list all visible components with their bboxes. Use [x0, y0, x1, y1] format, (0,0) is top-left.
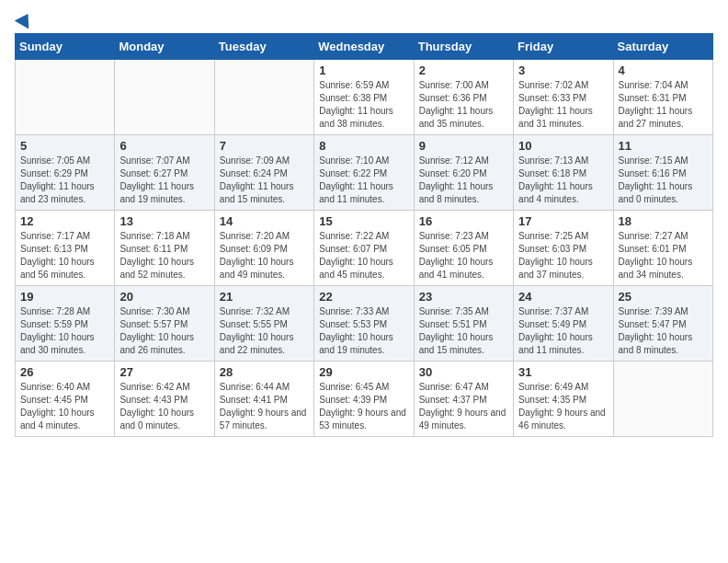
calendar-week-row: 19Sunrise: 7:28 AM Sunset: 5:59 PM Dayli… [16, 286, 713, 362]
weekday-header-monday: Monday [115, 34, 214, 60]
calendar-cell: 4Sunrise: 7:04 AM Sunset: 6:31 PM Daylig… [613, 60, 712, 135]
day-info: Sunrise: 7:35 AM Sunset: 5:51 PM Dayligh… [419, 305, 508, 357]
day-info: Sunrise: 7:15 AM Sunset: 6:16 PM Dayligh… [619, 155, 708, 206]
day-number: 6 [119, 139, 209, 153]
day-number: 29 [319, 365, 408, 379]
calendar-cell: 6Sunrise: 7:07 AM Sunset: 6:27 PM Daylig… [115, 135, 214, 211]
day-number: 10 [518, 139, 608, 153]
day-info: Sunrise: 7:28 AM Sunset: 5:59 PM Dayligh… [20, 305, 109, 357]
day-info: Sunrise: 6:44 AM Sunset: 4:41 PM Dayligh… [220, 381, 309, 432]
calendar-cell: 1Sunrise: 6:59 AM Sunset: 6:38 PM Daylig… [314, 60, 414, 135]
header [15, 15, 713, 28]
day-number: 13 [119, 214, 209, 228]
calendar-cell [16, 60, 115, 135]
calendar-cell: 25Sunrise: 7:39 AM Sunset: 5:47 PM Dayli… [613, 286, 712, 362]
calendar-cell: 16Sunrise: 7:23 AM Sunset: 6:05 PM Dayli… [414, 211, 513, 286]
calendar-cell: 12Sunrise: 7:17 AM Sunset: 6:13 PM Dayli… [16, 211, 115, 286]
day-info: Sunrise: 7:17 AM Sunset: 6:13 PM Dayligh… [20, 230, 109, 282]
day-number: 23 [419, 290, 508, 304]
calendar-cell: 13Sunrise: 7:18 AM Sunset: 6:11 PM Dayli… [115, 211, 214, 286]
calendar-cell: 30Sunrise: 6:47 AM Sunset: 4:37 PM Dayli… [414, 362, 513, 437]
day-info: Sunrise: 7:37 AM Sunset: 5:49 PM Dayligh… [518, 305, 608, 357]
calendar-cell: 2Sunrise: 7:00 AM Sunset: 6:36 PM Daylig… [414, 60, 513, 135]
day-number: 15 [319, 214, 408, 228]
day-number: 30 [419, 365, 508, 379]
weekday-header-friday: Friday [514, 34, 613, 60]
day-info: Sunrise: 7:33 AM Sunset: 5:53 PM Dayligh… [319, 305, 408, 357]
day-info: Sunrise: 7:12 AM Sunset: 6:20 PM Dayligh… [419, 155, 508, 206]
calendar-cell: 20Sunrise: 7:30 AM Sunset: 5:57 PM Dayli… [115, 286, 214, 362]
calendar-cell: 27Sunrise: 6:42 AM Sunset: 4:43 PM Dayli… [115, 362, 214, 437]
calendar-cell: 14Sunrise: 7:20 AM Sunset: 6:09 PM Dayli… [214, 211, 313, 286]
calendar-cell: 29Sunrise: 6:45 AM Sunset: 4:39 PM Dayli… [314, 362, 414, 437]
calendar-cell: 28Sunrise: 6:44 AM Sunset: 4:41 PM Dayli… [214, 362, 313, 437]
day-info: Sunrise: 7:09 AM Sunset: 6:24 PM Dayligh… [220, 155, 309, 206]
calendar-week-row: 1Sunrise: 6:59 AM Sunset: 6:38 PM Daylig… [16, 60, 713, 135]
day-info: Sunrise: 7:22 AM Sunset: 6:07 PM Dayligh… [319, 230, 408, 282]
weekday-header-thursday: Thursday [414, 34, 513, 60]
day-number: 3 [518, 63, 608, 77]
day-info: Sunrise: 6:49 AM Sunset: 4:35 PM Dayligh… [518, 381, 608, 432]
day-number: 28 [220, 365, 309, 379]
calendar-cell: 9Sunrise: 7:12 AM Sunset: 6:20 PM Daylig… [414, 135, 513, 211]
day-info: Sunrise: 7:02 AM Sunset: 6:33 PM Dayligh… [518, 79, 608, 131]
weekday-header-row: SundayMondayTuesdayWednesdayThursdayFrid… [16, 34, 713, 60]
day-info: Sunrise: 7:13 AM Sunset: 6:18 PM Dayligh… [518, 155, 608, 206]
calendar-cell: 19Sunrise: 7:28 AM Sunset: 5:59 PM Dayli… [16, 286, 115, 362]
day-info: Sunrise: 7:25 AM Sunset: 6:03 PM Dayligh… [518, 230, 608, 282]
calendar-week-row: 26Sunrise: 6:40 AM Sunset: 4:45 PM Dayli… [16, 362, 713, 437]
day-info: Sunrise: 7:39 AM Sunset: 5:47 PM Dayligh… [619, 305, 708, 357]
calendar-cell: 11Sunrise: 7:15 AM Sunset: 6:16 PM Dayli… [613, 135, 712, 211]
calendar-cell: 10Sunrise: 7:13 AM Sunset: 6:18 PM Dayli… [514, 135, 613, 211]
calendar-cell: 5Sunrise: 7:05 AM Sunset: 6:29 PM Daylig… [16, 135, 115, 211]
logo [15, 15, 33, 28]
calendar-cell: 21Sunrise: 7:32 AM Sunset: 5:55 PM Dayli… [214, 286, 313, 362]
calendar-cell: 8Sunrise: 7:10 AM Sunset: 6:22 PM Daylig… [314, 135, 414, 211]
day-number: 4 [619, 63, 708, 77]
calendar-cell: 7Sunrise: 7:09 AM Sunset: 6:24 PM Daylig… [214, 135, 313, 211]
day-info: Sunrise: 6:40 AM Sunset: 4:45 PM Dayligh… [20, 381, 109, 432]
day-number: 7 [220, 139, 309, 153]
calendar-cell: 15Sunrise: 7:22 AM Sunset: 6:07 PM Dayli… [314, 211, 414, 286]
day-number: 12 [20, 214, 109, 228]
day-number: 2 [419, 63, 508, 77]
calendar-cell: 22Sunrise: 7:33 AM Sunset: 5:53 PM Dayli… [314, 286, 414, 362]
day-number: 31 [518, 365, 608, 379]
calendar-cell: 24Sunrise: 7:37 AM Sunset: 5:49 PM Dayli… [514, 286, 613, 362]
calendar-cell: 31Sunrise: 6:49 AM Sunset: 4:35 PM Dayli… [514, 362, 613, 437]
day-info: Sunrise: 7:20 AM Sunset: 6:09 PM Dayligh… [220, 230, 309, 282]
day-number: 22 [319, 290, 408, 304]
calendar-cell: 17Sunrise: 7:25 AM Sunset: 6:03 PM Dayli… [514, 211, 613, 286]
day-number: 21 [220, 290, 309, 304]
day-info: Sunrise: 7:23 AM Sunset: 6:05 PM Dayligh… [419, 230, 508, 282]
day-info: Sunrise: 7:05 AM Sunset: 6:29 PM Dayligh… [20, 155, 109, 206]
day-number: 14 [220, 214, 309, 228]
day-number: 9 [419, 139, 508, 153]
calendar-cell: 18Sunrise: 7:27 AM Sunset: 6:01 PM Dayli… [613, 211, 712, 286]
day-number: 19 [20, 290, 109, 304]
calendar-cell: 23Sunrise: 7:35 AM Sunset: 5:51 PM Dayli… [414, 286, 513, 362]
weekday-header-tuesday: Tuesday [214, 34, 313, 60]
day-number: 27 [119, 365, 209, 379]
day-info: Sunrise: 7:07 AM Sunset: 6:27 PM Dayligh… [119, 155, 209, 206]
day-info: Sunrise: 7:30 AM Sunset: 5:57 PM Dayligh… [119, 305, 209, 357]
day-number: 24 [518, 290, 608, 304]
day-number: 5 [20, 139, 109, 153]
day-number: 11 [619, 139, 708, 153]
day-info: Sunrise: 7:27 AM Sunset: 6:01 PM Dayligh… [619, 230, 708, 282]
day-info: Sunrise: 6:45 AM Sunset: 4:39 PM Dayligh… [319, 381, 408, 432]
calendar-cell: 26Sunrise: 6:40 AM Sunset: 4:45 PM Dayli… [16, 362, 115, 437]
day-number: 20 [119, 290, 209, 304]
day-number: 25 [619, 290, 708, 304]
logo-icon [15, 9, 36, 29]
day-info: Sunrise: 7:18 AM Sunset: 6:11 PM Dayligh… [119, 230, 209, 282]
day-info: Sunrise: 6:59 AM Sunset: 6:38 PM Dayligh… [319, 79, 408, 131]
day-info: Sunrise: 6:42 AM Sunset: 4:43 PM Dayligh… [119, 381, 209, 432]
day-info: Sunrise: 6:47 AM Sunset: 4:37 PM Dayligh… [419, 381, 508, 432]
day-number: 17 [518, 214, 608, 228]
weekday-header-saturday: Saturday [613, 34, 712, 60]
day-info: Sunrise: 7:10 AM Sunset: 6:22 PM Dayligh… [319, 155, 408, 206]
day-number: 18 [619, 214, 708, 228]
day-info: Sunrise: 7:32 AM Sunset: 5:55 PM Dayligh… [220, 305, 309, 357]
day-number: 1 [319, 63, 408, 77]
